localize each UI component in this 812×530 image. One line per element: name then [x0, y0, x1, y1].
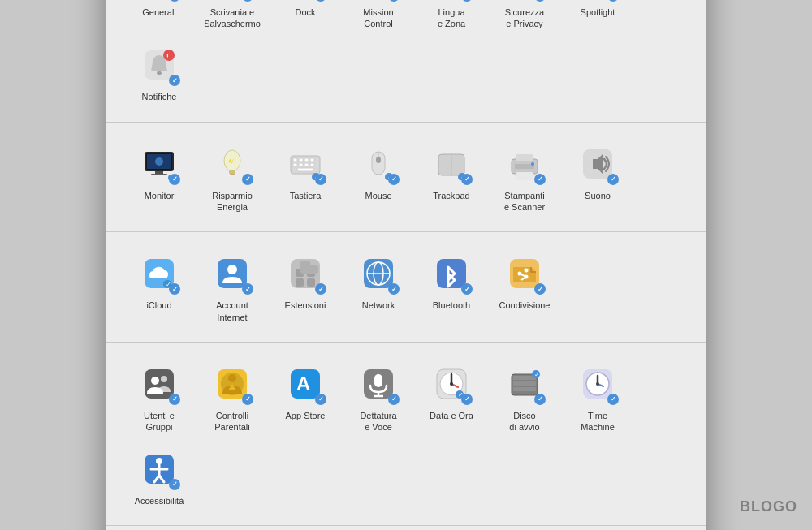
- mission-label: MissionControl: [363, 6, 393, 30]
- svg-point-47: [224, 150, 240, 171]
- icloud-check-badge: ✓: [169, 283, 180, 295]
- pref-item-account[interactable]: ✓AccountInternet: [196, 244, 269, 330]
- svg-text:✓: ✓: [534, 371, 540, 378]
- estensioni-check-badge: ✓: [315, 283, 326, 295]
- dettatura-check-badge: ✓: [388, 394, 400, 405]
- pref-item-mouse[interactable]: ✓✓Mouse: [342, 135, 415, 220]
- pref-item-mission[interactable]: ✓MissionControl: [342, 0, 415, 36]
- account-check-badge: ✓: [242, 283, 253, 295]
- condivisione-icon-wrapper: ✓: [502, 251, 547, 296]
- risparmio-icon-wrapper: ✓: [209, 141, 255, 187]
- dock-icon-wrapper: ✓: [283, 0, 328, 3]
- mission-icon-wrapper: ✓: [356, 0, 401, 3]
- pref-item-controlli[interactable]: ✓ControlliParentali: [196, 355, 269, 440]
- pref-item-data[interactable]: ✓✓Data e Ora: [415, 355, 488, 440]
- pref-item-risparmio[interactable]: ✓RisparmioEnergia: [196, 135, 269, 220]
- main-window: ‹ › Esci Preferenze di Sistema 🔍 FNext✓✓…: [106, 0, 706, 530]
- pref-item-dettatura[interactable]: ✓Dettaturae Voce: [342, 355, 415, 440]
- condivisione-label: Condivisione: [499, 299, 551, 311]
- stampante-label: Stampantie Scanner: [504, 190, 545, 213]
- pref-item-notifiche[interactable]: !✓Notifiche: [123, 36, 196, 109]
- utenti-icon-wrapper: ✓: [136, 361, 182, 407]
- pref-item-stampante[interactable]: ✓Stampantie Scanner: [488, 135, 561, 220]
- account-label: AccountInternet: [216, 299, 248, 323]
- svg-rect-120: [513, 387, 536, 391]
- tastiera-check-badge: ✓: [315, 174, 326, 185]
- mouse-icon-wrapper: ✓✓: [356, 141, 401, 187]
- network-check-badge: ✓: [388, 283, 400, 295]
- pref-item-icloud[interactable]: ✓✓iCloud: [123, 244, 196, 330]
- trackpad-label: Trackpad: [433, 190, 469, 201]
- pref-item-estensioni[interactable]: ✓Estensioni: [269, 244, 342, 330]
- risparmio-check-badge: ✓: [242, 174, 253, 185]
- pref-item-tastiera[interactable]: ✓✓Tastiera: [269, 135, 342, 220]
- pref-item-monitor[interactable]: ✓✓Monitor: [123, 135, 196, 220]
- pref-item-suono[interactable]: ✓Suono: [561, 135, 634, 220]
- generali-check-badge: ✓: [169, 0, 180, 2]
- disco-check-badge: ✓: [534, 394, 546, 405]
- svg-rect-56: [299, 163, 303, 166]
- pref-item-generali[interactable]: FNext✓✓Generali: [123, 0, 196, 36]
- icloud-label: iCloud: [146, 299, 171, 311]
- utenti-label: Utenti eGruppi: [144, 410, 175, 433]
- pref-item-spotlight[interactable]: ✓Spotlight: [561, 0, 634, 36]
- pref-item-disco[interactable]: ✓✓Discodi avvio: [488, 355, 561, 440]
- time-check-badge: ✓: [607, 394, 619, 405]
- notifiche-check-badge: ✓: [169, 75, 180, 86]
- estensioni-label: Estensioni: [285, 299, 326, 311]
- pref-item-network[interactable]: ✓Network: [342, 244, 415, 330]
- pref-item-lingua[interactable]: ✓Linguae Zona: [415, 0, 488, 36]
- svg-rect-88: [309, 265, 318, 274]
- controlli-check-badge: ✓: [242, 394, 253, 405]
- section-section4: ✓Utenti eGruppi✓ControlliParentaliA✓App …: [106, 343, 706, 526]
- pref-item-accessibilita[interactable]: ✓Accessibilità: [123, 440, 196, 513]
- svg-point-42: [155, 157, 163, 166]
- svg-rect-119: [513, 381, 536, 386]
- svg-point-96: [525, 269, 529, 273]
- pref-item-dock[interactable]: ✓Dock: [269, 0, 342, 36]
- svg-point-99: [151, 377, 159, 385]
- svg-rect-85: [296, 278, 304, 287]
- mission-check-badge: ✓: [388, 0, 400, 2]
- svg-point-97: [525, 275, 529, 279]
- pref-item-condivisione[interactable]: ✓Condivisione: [488, 244, 561, 330]
- stampante-check-badge: ✓: [534, 174, 546, 185]
- data-label: Data e Ora: [430, 410, 473, 421]
- monitor-icon-wrapper: ✓✓: [136, 141, 182, 187]
- disco-icon-wrapper: ✓✓: [502, 361, 547, 407]
- svg-rect-44: [151, 174, 167, 175]
- svg-text:A: A: [296, 373, 310, 394]
- section-section5: ✓Flash Player✓Java✓Perian: [106, 526, 706, 530]
- svg-text:!: !: [166, 53, 169, 60]
- pref-item-sicurezza[interactable]: ✓Sicurezzae Privacy: [488, 0, 561, 36]
- icloud-icon-wrapper: ✓✓: [136, 251, 182, 296]
- appstore-check-badge: ✓: [315, 394, 326, 405]
- sicurezza-label: Sicurezzae Privacy: [505, 6, 544, 30]
- svg-rect-36: [157, 71, 162, 75]
- svg-rect-52: [299, 158, 303, 162]
- svg-rect-49: [230, 174, 235, 175]
- trackpad-check-badge: ✓: [461, 174, 473, 185]
- scrivania-label: Scrivania eSalvaschermo: [204, 6, 261, 30]
- pref-item-scrivania[interactable]: ✓Scrivania eSalvaschermo: [196, 0, 269, 36]
- accessibilita-icon-wrapper: ✓: [136, 446, 182, 492]
- pref-item-bluetooth[interactable]: ✓Bluetooth: [415, 244, 488, 330]
- pref-item-utenti[interactable]: ✓Utenti eGruppi: [123, 355, 196, 440]
- mouse-check-badge: ✓: [388, 174, 400, 185]
- svg-rect-48: [229, 170, 235, 174]
- dock-label: Dock: [295, 6, 315, 18]
- pref-item-trackpad[interactable]: ✓✓Trackpad: [415, 135, 488, 220]
- time-label: TimeMachine: [581, 410, 615, 433]
- svg-point-81: [227, 265, 237, 274]
- watermark: BLOGO: [740, 498, 797, 515]
- preferences-content: FNext✓✓Generali✓Scrivania eSalvaschermo✓…: [106, 0, 706, 530]
- section-section1: FNext✓✓Generali✓Scrivania eSalvaschermo✓…: [106, 0, 706, 123]
- svg-rect-55: [293, 163, 297, 166]
- svg-rect-59: [297, 168, 313, 171]
- svg-point-100: [161, 376, 167, 382]
- pref-item-appstore[interactable]: A✓App Store: [269, 355, 342, 440]
- bluetooth-check-badge: ✓: [461, 283, 473, 295]
- spotlight-label: Spotlight: [581, 6, 615, 18]
- pref-item-time[interactable]: ✓TimeMachine: [561, 355, 634, 440]
- tastiera-icon-wrapper: ✓✓: [283, 141, 328, 187]
